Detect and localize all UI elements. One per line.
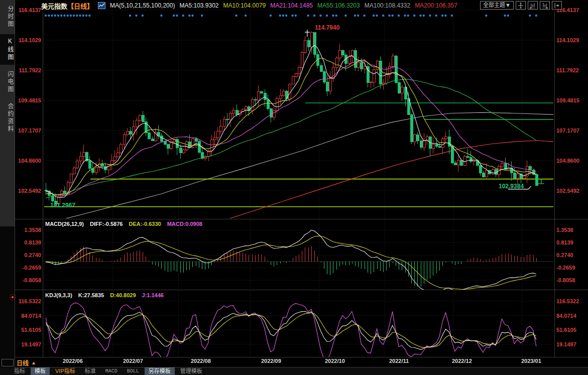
indicator-settings-icon[interactable] bbox=[9, 293, 17, 303]
bottom-tabbar: 指标 模板 VIP指标 标准 MACD BOLL 另存模板 管理模板 bbox=[0, 367, 588, 375]
app-window: 116.4137116.4137114.1029114.1029111.7922… bbox=[0, 0, 588, 375]
kdj-y-tick-right: 19.1497 bbox=[556, 341, 576, 347]
crosshair-move-icon[interactable] bbox=[516, 1, 526, 10]
main-y-tick-right: 109.4815 bbox=[556, 97, 579, 103]
symbol-title: 美元指数 bbox=[41, 3, 67, 10]
macd-y-tick-right: -0.8058 bbox=[556, 277, 575, 283]
kdj-y-tick-right: 84.0714 bbox=[556, 313, 576, 319]
trend-hlines bbox=[44, 103, 553, 207]
ma100-value: MA100:108.4332 bbox=[365, 2, 410, 9]
x-axis-month-label: 2022/08 bbox=[191, 358, 211, 364]
kdj-y-tick-left: 84.0714 bbox=[14, 313, 41, 319]
recent-low-annotation: 102.9384 bbox=[499, 183, 524, 190]
macd-y-tick-left: -0.2659 bbox=[14, 265, 41, 271]
ma10-value: MA10:104.0079 bbox=[223, 2, 266, 9]
sidebar: 分时图 K线图 闪电图 合约资料 bbox=[0, 0, 15, 375]
tab-standard[interactable]: 标准 bbox=[81, 367, 100, 375]
period-caret-icon: ▲ bbox=[31, 360, 36, 365]
ma200-value: MA200:106.357 bbox=[415, 2, 457, 9]
macd-y-tick-left: 0.8139 bbox=[14, 239, 41, 245]
ma-params-label: MA(5,10,21,55,100,200) bbox=[110, 2, 175, 9]
period-tag: 【日线】 bbox=[67, 3, 93, 10]
chart-header: 美元指数【日线】 MA(5,10,21,55,100,200) MA5:103.… bbox=[41, 0, 457, 11]
main-y-tick-right: 104.8600 bbox=[556, 158, 579, 164]
event-dots bbox=[45, 15, 537, 17]
macd-y-tick-left: -0.8058 bbox=[14, 277, 41, 283]
period-label: 日线 bbox=[17, 358, 29, 367]
macd-y-tick-right: 1.3538 bbox=[556, 227, 573, 233]
shift-right-icon[interactable] bbox=[552, 1, 562, 10]
macd-y-tick-left: 0.2740 bbox=[14, 252, 41, 258]
left-plot-border bbox=[43, 11, 43, 357]
kdj-d-value: D:40.8029 bbox=[110, 292, 136, 298]
main-y-tick-right: 107.1707 bbox=[556, 128, 579, 134]
kdj-y-tick-right: 51.6105 bbox=[556, 327, 576, 333]
x-axis-month-label: 2022/09 bbox=[261, 358, 281, 364]
bottom-left-box[interactable] bbox=[2, 359, 14, 366]
kdj-j-value: J:1.1446 bbox=[142, 292, 164, 298]
kdj-k-value: K:27.5835 bbox=[78, 292, 104, 298]
tab-manage-template[interactable]: 管理模板 bbox=[176, 367, 206, 375]
tab-templates[interactable]: 模板 bbox=[31, 367, 50, 375]
kdj-title: KDJ(9,3,3) bbox=[45, 292, 72, 298]
main-y-tick-right: 111.7922 bbox=[556, 67, 579, 73]
main-y-tick-left: 104.8600 bbox=[14, 158, 41, 164]
main-y-tick-right: 114.1029 bbox=[556, 37, 579, 43]
base-low-annotation: 101.2967 bbox=[50, 202, 75, 209]
ma55-value: MA55:106.3203 bbox=[317, 2, 360, 9]
macd-title: MACD(26,12,9) bbox=[45, 221, 84, 227]
kdj-panel-header: KDJ(9,3,3) K:27.5835 D:40.8029 J:1.1446 bbox=[45, 292, 164, 298]
compress-right-icon[interactable] bbox=[540, 1, 550, 10]
tab-vip-indicators[interactable]: VIP指标 bbox=[51, 367, 79, 375]
kdj-timeaxis-divider bbox=[15, 357, 588, 357]
main-y-tick-left: 111.7922 bbox=[14, 67, 41, 73]
sidebar-item-lightning-chart[interactable]: 闪电图 bbox=[0, 67, 15, 97]
ma21-value: MA21:104.1485 bbox=[270, 2, 313, 9]
macd-y-tick-right: -0.2659 bbox=[556, 265, 575, 271]
sidebar-item-kline-chart[interactable]: K线图 bbox=[0, 34, 15, 65]
macd-dea-value: DEA:-0.6330 bbox=[129, 221, 161, 227]
macd-y-tick-right: 0.8139 bbox=[556, 239, 573, 245]
ma5-value: MA5:103.9302 bbox=[179, 2, 218, 9]
x-axis-month-label: 2022/06 bbox=[63, 358, 83, 364]
period-selector[interactable]: 日线 ▲ bbox=[17, 358, 36, 367]
sidebar-item-contract-info[interactable]: 合约资料 bbox=[0, 99, 15, 137]
main-macd-divider bbox=[15, 219, 588, 219]
main-y-tick-left: 116.4137 bbox=[14, 7, 41, 13]
main-y-tick-right: 102.5492 bbox=[556, 188, 579, 194]
themes-dropdown[interactable]: 全部主题▼ bbox=[480, 1, 514, 10]
macd-macd-value: MACD:0.0908 bbox=[167, 221, 202, 227]
macd-kdj-divider bbox=[15, 290, 588, 290]
main-y-tick-left: 109.4815 bbox=[14, 97, 41, 103]
macd-panel-header: MACD(26,12,9) DIFF:-0.5876 DEA:-0.6330 M… bbox=[45, 221, 202, 227]
kdj-y-tick-left: 51.6105 bbox=[14, 327, 41, 333]
macd-histogram bbox=[46, 246, 537, 287]
peak-price-annotation: 114.7940 bbox=[315, 24, 339, 31]
header-toolbar: 全部主题▼ bbox=[480, 1, 562, 10]
x-axis-month-label: 2023/01 bbox=[521, 358, 541, 364]
macd-lines bbox=[46, 230, 536, 292]
kdj-y-tick-left: 116.5322 bbox=[14, 298, 41, 304]
tab-save-template[interactable]: 另存模板 bbox=[145, 367, 175, 375]
sidebar-item-time-chart[interactable]: 分时图 bbox=[0, 2, 15, 32]
tab-macd[interactable]: MACD bbox=[101, 367, 122, 375]
main-y-tick-left: 114.1029 bbox=[14, 37, 41, 43]
tab-indicators[interactable]: 指标 bbox=[10, 367, 29, 375]
compress-left-icon[interactable] bbox=[528, 1, 538, 10]
macd-y-tick-left: 1.3538 bbox=[14, 227, 41, 233]
main-y-tick-left: 102.5492 bbox=[14, 188, 41, 194]
x-axis-month-label: 2022/10 bbox=[325, 358, 345, 364]
right-plot-border bbox=[554, 11, 555, 357]
mini-chart-icon bbox=[98, 2, 105, 9]
kdj-y-tick-left: 19.1497 bbox=[14, 341, 41, 347]
kdj-lines bbox=[46, 303, 536, 361]
main-y-tick-left: 107.1707 bbox=[14, 128, 41, 134]
x-axis-month-label: 2022/11 bbox=[389, 358, 409, 364]
x-axis-month-label: 2022/07 bbox=[123, 358, 143, 364]
macd-y-tick-right: 0.2740 bbox=[556, 252, 573, 258]
tab-boll[interactable]: BOLL bbox=[123, 367, 143, 375]
ma-lines-fast bbox=[46, 45, 536, 198]
kdj-y-tick-right: 116.5322 bbox=[556, 298, 579, 304]
macd-diff-value: DIFF:-0.5876 bbox=[90, 221, 123, 227]
x-axis-month-label: 2022/12 bbox=[452, 358, 472, 364]
